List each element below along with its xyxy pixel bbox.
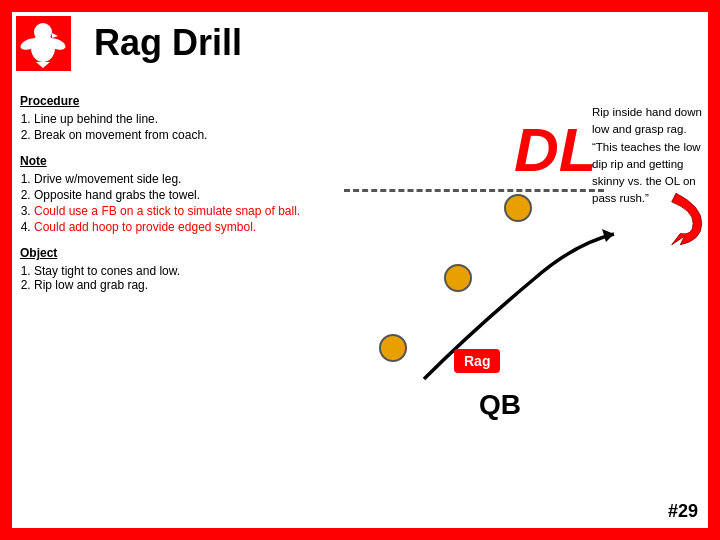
list-item: Opposite hand grabs the towel. [34,188,310,202]
procedure-section: Procedure Line up behind the line. Break… [20,94,310,142]
procedure-label: Procedure [20,94,310,108]
path-arrow [374,179,654,409]
rag-label-box: Rag [454,349,500,373]
object-label: Object [20,246,310,260]
list-item: Break on movement from coach. [34,128,310,142]
list-item: Stay tight to cones and low. [34,264,310,278]
note-section: Note Drive w/movement side leg. Opposite… [20,154,310,234]
eagle-logo [16,16,71,71]
left-border [4,4,12,536]
left-content: Procedure Line up behind the line. Break… [20,94,310,300]
note-label: Note [20,154,310,168]
list-item: Line up behind the line. [34,112,310,126]
bottom-border [4,528,716,536]
list-item: Drive w/movement side leg. [34,172,310,186]
object-section: Object Stay tight to cones and low. Rip … [20,246,310,292]
dl-label: DL [514,114,597,185]
procedure-list: Line up behind the line. Break on moveme… [34,112,310,142]
right-description: Rip inside hand down low and grasp rag. … [592,104,702,208]
top-border [4,4,716,12]
svg-point-2 [34,23,52,41]
list-item: Rip low and grab rag. [34,278,310,292]
list-item: Could add hoop to provide edged symbol. [34,220,310,234]
page-number: #29 [668,501,698,522]
object-list: Stay tight to cones and low. Rip low and… [34,264,310,292]
note-list: Drive w/movement side leg. Opposite hand… [34,172,310,234]
list-item: Could use a FB on a stick to simulate sn… [34,204,310,218]
page-title: Rag Drill [94,22,242,64]
qb-label: QB [479,389,521,421]
